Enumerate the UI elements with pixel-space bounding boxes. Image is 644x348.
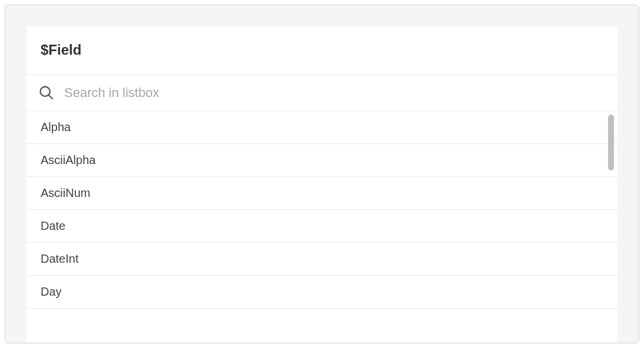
svg-line-1 <box>49 95 53 99</box>
outer-frame: $Field Alpha AsciiAlpha <box>0 0 644 348</box>
list-item-label: Date <box>41 219 65 232</box>
search-input[interactable] <box>64 85 606 101</box>
field-listbox: $Field Alpha AsciiAlpha <box>26 26 618 343</box>
listbox-header: $Field <box>26 26 618 75</box>
listbox-title: $Field <box>41 42 603 58</box>
list-item-label: DateInt <box>41 252 78 265</box>
list-item-label: Day <box>41 285 62 298</box>
scrollbar-track[interactable] <box>608 115 614 339</box>
list-item[interactable]: Day <box>26 276 618 309</box>
search-row <box>26 75 618 111</box>
list-item[interactable]: Date <box>26 210 618 243</box>
list-item-label: AsciiNum <box>41 186 90 199</box>
scrollbar-thumb[interactable] <box>608 115 614 170</box>
search-icon <box>38 85 55 101</box>
list-item[interactable]: Alpha <box>26 111 618 144</box>
panel-container: $Field Alpha AsciiAlpha <box>5 5 639 343</box>
list-item[interactable]: AsciiNum <box>26 177 618 210</box>
list-container: Alpha AsciiAlpha AsciiNum Date DateInt <box>26 111 618 343</box>
list-item[interactable]: AsciiAlpha <box>26 144 618 177</box>
svg-point-0 <box>41 87 50 96</box>
list-item-label: AsciiAlpha <box>41 153 95 166</box>
list-items: Alpha AsciiAlpha AsciiNum Date DateInt <box>26 111 618 343</box>
list-item[interactable]: DateInt <box>26 243 618 276</box>
list-item-label: Alpha <box>41 121 71 133</box>
